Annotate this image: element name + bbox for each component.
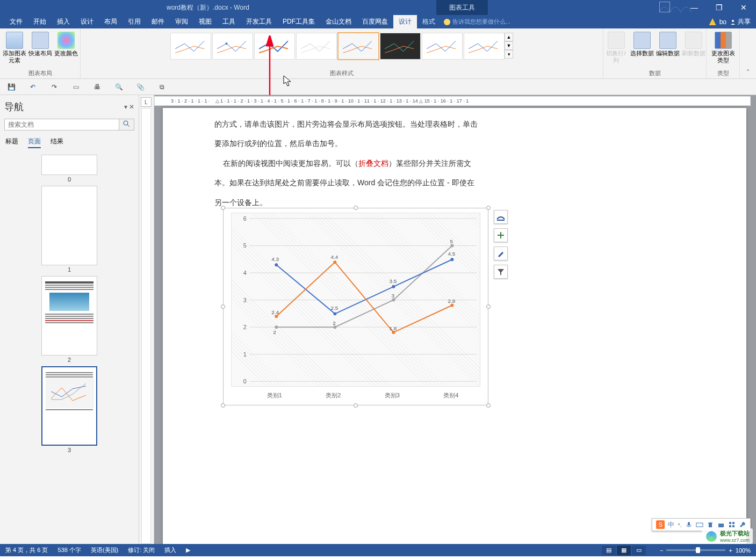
warning-icon[interactable]: [709, 18, 716, 25]
gallery-down-button[interactable]: ▼: [505, 41, 513, 50]
chart-elements-button[interactable]: [494, 228, 508, 242]
resize-handle[interactable]: [486, 206, 491, 210]
chart-style-7[interactable]: [422, 33, 463, 60]
tab-selector[interactable]: L: [141, 97, 152, 107]
tab-layout[interactable]: 布局: [99, 15, 123, 28]
nav-tab-pages[interactable]: 页面: [28, 137, 41, 148]
attach-button[interactable]: 📎: [135, 82, 145, 92]
shirt-icon[interactable]: [707, 521, 714, 528]
para[interactable]: 在新的阅读视图中阅读更加容易。可以（折叠文档）某些部分并关注所需文: [214, 154, 695, 173]
new-button[interactable]: ▭: [71, 82, 81, 92]
resize-handle[interactable]: [354, 206, 358, 210]
resize-handle[interactable]: [221, 206, 225, 210]
page[interactable]: 的方式，请单击该图片，图片旁边将会显示布局选项按钮。当处理表格时，单击 要添加行…: [163, 108, 746, 544]
touch-mode-button[interactable]: ⧉: [157, 82, 167, 92]
status-page[interactable]: 第 4 页，共 6 页: [5, 546, 48, 554]
view-read-button[interactable]: ▤: [602, 546, 616, 555]
add-chart-element-button[interactable]: 添加图表元素: [3, 30, 26, 64]
vruler-scale[interactable]: [141, 108, 151, 544]
restore-button[interactable]: ❐: [707, 0, 731, 15]
gallery-up-button[interactable]: ▲: [505, 33, 513, 41]
status-macro-icon[interactable]: ▶: [186, 547, 190, 554]
chart-style-5[interactable]: [338, 33, 379, 60]
edit-data-button[interactable]: 编辑数据: [656, 30, 680, 57]
tab-file[interactable]: 文件: [4, 15, 28, 28]
tab-tools[interactable]: 工具: [217, 15, 241, 28]
keyboard-icon[interactable]: [696, 521, 703, 528]
tab-chart-format[interactable]: 格式: [417, 15, 441, 28]
save-button[interactable]: 💾: [6, 82, 16, 92]
chart-style-6[interactable]: [380, 33, 421, 60]
zoom-in-button[interactable]: +: [729, 547, 732, 554]
nav-close-button[interactable]: ✕: [129, 103, 134, 111]
thumbnail-3[interactable]: [41, 366, 97, 446]
nav-tab-headings[interactable]: 标题: [5, 137, 18, 148]
chart-style-8[interactable]: [464, 33, 505, 60]
chart-styles-button[interactable]: [494, 246, 508, 260]
undo-button[interactable]: ↶: [28, 82, 38, 92]
change-colors-button[interactable]: 更改颜色: [54, 30, 78, 57]
thumbnail-2[interactable]: [41, 276, 97, 355]
chart-object[interactable]: 0123456 4.32.53.54.5 2.44.41.: [223, 208, 488, 405]
para[interactable]: 本。如果在达到结尾处之前需要停止读取，Word 会记住您的停止位置 - 即使在: [214, 173, 695, 192]
plot-area[interactable]: 0123456 4.32.53.54.5 2.44.41.: [231, 213, 480, 387]
resize-handle[interactable]: [486, 304, 491, 309]
tab-developer[interactable]: 开发工具: [241, 15, 277, 28]
tab-references[interactable]: 引用: [123, 15, 146, 28]
quick-layout-button[interactable]: 快速布局: [28, 30, 52, 57]
tab-baidu[interactable]: 百度网盘: [357, 15, 393, 28]
resize-handle[interactable]: [486, 403, 491, 408]
grid-icon[interactable]: [728, 521, 736, 528]
para[interactable]: 的方式，请单击该图片，图片旁边将会显示布局选项按钮。当处理表格时，单击: [214, 114, 695, 134]
search-input[interactable]: [4, 119, 119, 130]
find-button[interactable]: 🔍: [114, 82, 124, 92]
status-track[interactable]: 修订: 关闭: [128, 546, 155, 554]
select-data-button[interactable]: 选择数据: [630, 30, 654, 57]
gallery-more-button[interactable]: ▾: [505, 50, 513, 59]
change-chart-type-button[interactable]: 更改图表类型: [711, 30, 735, 64]
status-wordcount[interactable]: 538 个字: [57, 546, 81, 554]
mic-icon[interactable]: [685, 521, 693, 528]
tab-mailings[interactable]: 邮件: [146, 15, 170, 28]
status-insert[interactable]: 插入: [164, 546, 176, 554]
zoom-level[interactable]: 100%: [736, 547, 751, 554]
ime-lang[interactable]: 中: [668, 520, 674, 529]
minimize-button[interactable]: —: [682, 0, 707, 15]
tab-view[interactable]: 视图: [193, 15, 217, 28]
resize-handle[interactable]: [221, 403, 225, 408]
chart-style-3[interactable]: [254, 33, 295, 60]
chart-style-1[interactable]: [170, 33, 211, 60]
nav-dropdown-button[interactable]: ▾: [124, 103, 127, 111]
tab-insert[interactable]: 插入: [52, 15, 75, 28]
share-button[interactable]: 共享: [730, 17, 751, 26]
print-button[interactable]: 🖶: [92, 82, 102, 92]
tab-home[interactable]: 开始: [28, 15, 52, 28]
zoom-slider[interactable]: [666, 549, 725, 551]
tab-design[interactable]: 设计: [75, 15, 99, 28]
status-language[interactable]: 英语(美国): [91, 546, 118, 554]
tab-review[interactable]: 审阅: [170, 15, 193, 28]
nav-tab-results[interactable]: 结果: [51, 137, 63, 148]
resize-handle[interactable]: [221, 304, 225, 309]
thumbnail-1[interactable]: [41, 186, 97, 265]
zoom-out-button[interactable]: −: [660, 547, 663, 554]
tab-pdftools[interactable]: PDF工具集: [277, 15, 320, 28]
search-button[interactable]: [119, 119, 134, 130]
ribbon-display-options-icon[interactable]: [659, 2, 670, 12]
tell-me-search[interactable]: 告诉我您想要做什么...: [444, 18, 510, 26]
collapse-ribbon-button[interactable]: ˄: [746, 69, 750, 76]
redo-button[interactable]: ↷: [49, 82, 59, 92]
chart-filters-button[interactable]: [494, 265, 508, 279]
view-print-button[interactable]: ▦: [617, 546, 631, 555]
layout-options-button[interactable]: [494, 210, 508, 224]
chart-style-2[interactable]: [212, 33, 253, 60]
tab-chart-design[interactable]: 设计: [393, 15, 417, 28]
resize-handle[interactable]: [354, 403, 358, 408]
thumbnail-0[interactable]: [41, 155, 97, 175]
chart-style-4[interactable]: [296, 33, 337, 60]
close-button[interactable]: ✕: [731, 0, 756, 15]
user-name[interactable]: bo: [719, 18, 726, 26]
tab-kingsoft[interactable]: 金山文档: [320, 15, 357, 28]
view-web-button[interactable]: ▭: [632, 546, 646, 555]
para[interactable]: 要添加行或列的位置，然后单击加号。: [214, 134, 695, 153]
